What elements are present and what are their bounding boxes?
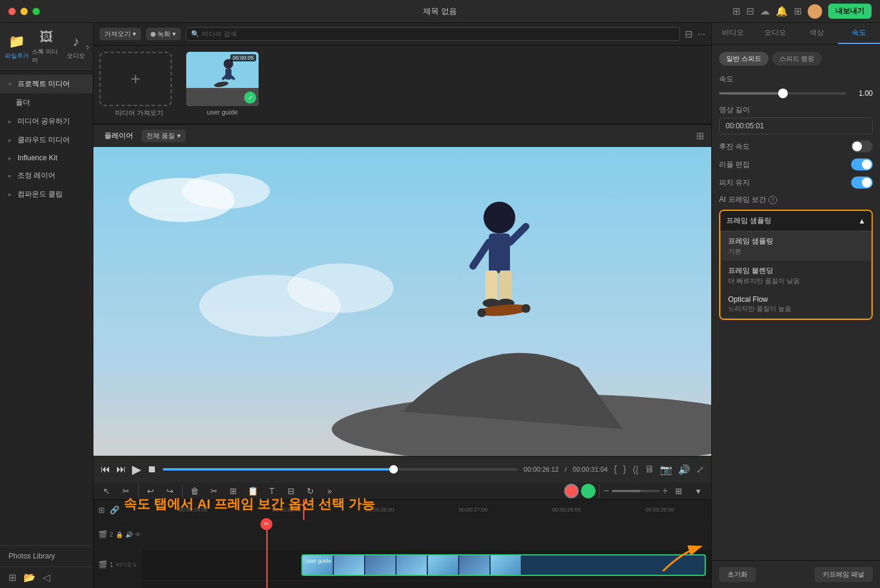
play-prev-button[interactable]: ⏭ [116, 464, 126, 475]
preview-img-icon[interactable]: ⊞ [696, 130, 704, 142]
ripple-toggle[interactable] [851, 158, 873, 170]
skip-back-button[interactable]: ⏮ [101, 464, 110, 475]
dropdown-item-2[interactable]: Optical Flow 느리지만 품질이 높음 [721, 290, 871, 318]
nav-cloud-media[interactable]: ▸ 클라우드 미디어 [0, 131, 93, 149]
reset-button[interactable]: 초기화 [719, 567, 756, 582]
track-2-eye[interactable]: 👁 [135, 531, 141, 538]
stop-button[interactable]: ⏹ [147, 464, 157, 475]
layout-button[interactable]: ⊞ [670, 483, 687, 499]
record-button-tl[interactable] [564, 484, 579, 498]
track-2-lock[interactable]: 🔒 [116, 531, 123, 538]
folder-icon[interactable]: 📂 [24, 572, 36, 583]
photos-library[interactable]: Photos Library [0, 545, 93, 566]
select-tool[interactable]: ↖ [98, 483, 115, 499]
playhead-scissors: ✂ [260, 518, 272, 530]
progress-bar[interactable] [163, 468, 518, 471]
tab-color-label: 색상 [809, 28, 824, 38]
media-clip-item[interactable]: 00:00:05 ✓ user guide [186, 52, 259, 117]
play-button[interactable]: ▶ [132, 462, 141, 477]
tab-speed[interactable]: 속도 [838, 23, 880, 44]
video-preview [93, 147, 711, 456]
info-icon[interactable]: ? [768, 196, 777, 204]
nav-adjustment[interactable]: ▸ 조정 레이어 [0, 166, 93, 185]
sub-tab-normal[interactable]: 일반 스피드 [719, 52, 768, 66]
nav-compound[interactable]: ▸ 컴파운드 클립 [0, 185, 93, 204]
fullscreen-icon[interactable]: ⤢ [696, 464, 704, 475]
volume-icon[interactable]: 🔊 [678, 464, 690, 475]
toolbar-more-arrow[interactable]: › [86, 42, 89, 52]
dropdown-item-1[interactable]: 프레임 블렌딩 더 빠르지만 품질이 낮음 [721, 261, 871, 290]
tab-color[interactable]: 색상 [796, 23, 838, 44]
bracket-left-icon[interactable]: { [614, 464, 617, 475]
keyframe-button[interactable]: 키프레임 패널 [814, 567, 873, 582]
nav-arrow-icon: ▾ [8, 81, 11, 87]
search-placeholder: 미디어 검색 [202, 30, 237, 39]
track-2-volume[interactable]: 🔊 [125, 531, 133, 538]
record-label: 녹화 [157, 30, 171, 39]
record-button[interactable]: 녹화 ▾ [146, 28, 181, 40]
monitor-icon[interactable]: 🖥 [644, 464, 654, 475]
arrow-svg [657, 541, 705, 577]
more-icon[interactable]: ··· [697, 29, 705, 40]
nav-project-media[interactable]: ▾ 프로젝트 미디어 [0, 75, 93, 93]
quality-select[interactable]: 전체 품질 ▾ [142, 130, 186, 142]
collapse-icon[interactable]: ◁ [43, 572, 50, 583]
export-button[interactable]: 내보내기 [828, 4, 872, 19]
prev-frame-icon[interactable]: ⟨| [632, 464, 638, 475]
reverse-toggle[interactable] [851, 140, 873, 152]
close-button[interactable] [8, 8, 16, 15]
dropdown-item-0[interactable]: 프레임 샘플링 기본 [721, 231, 871, 261]
speed-slider[interactable] [719, 92, 846, 95]
media-add-button[interactable]: + [99, 52, 172, 106]
nav-share-media[interactable]: ▸ 미디어 공유하기 [0, 112, 93, 131]
camera-icon[interactable]: 📷 [660, 464, 672, 475]
nav-folder[interactable]: 폴더 [0, 93, 93, 112]
tab-player[interactable]: 플레이어 [101, 130, 137, 142]
search-bar[interactable]: 🔍 미디어 검색 [186, 27, 680, 41]
filter-icon[interactable]: ⊟ [685, 28, 693, 40]
tab-video[interactable]: 비디오 [712, 23, 754, 44]
add-media-item[interactable]: + 미디어 가져오기 [99, 52, 179, 117]
green-button[interactable] [581, 484, 596, 498]
speed-section-label: 속도 [719, 74, 873, 84]
sub-tab-ramp[interactable]: 스피드 램핑 [772, 52, 822, 66]
di-title-2: Optical Flow [728, 295, 864, 304]
playback-bar: ⏮ ⏭ ▶ ⏹ 00:00:26:12 / 00:00:31:04 { } ⟨|… [93, 456, 711, 483]
progress-fill [163, 468, 394, 471]
right-panel: 비디오 오디오 색상 속도 일반 스피드 스피드 램핑 속도 [711, 23, 880, 588]
preview-area [93, 147, 711, 456]
magnet-icon[interactable]: ⊞ [98, 505, 105, 514]
nav-influence-label: Influence Kit [17, 154, 57, 162]
track-1-content[interactable]: user guide [142, 549, 711, 580]
speed-slider-fill [719, 92, 783, 95]
pitch-label: 피치 유지 [719, 178, 750, 188]
left-nav: ▾ 프로젝트 미디어 폴더 ▸ 미디어 공유하기 ▸ 클라우드 미디어 ▸ In… [0, 71, 93, 545]
settings-button[interactable]: ▾ [690, 483, 706, 499]
tool-file[interactable]: 📁 파일추가 [2, 29, 31, 65]
add-track-icon[interactable]: ⊞ [8, 572, 16, 583]
zoom-minus[interactable]: − [603, 486, 609, 496]
minimize-button[interactable] [20, 8, 28, 15]
import-button[interactable]: 가져오기 ▾ [99, 28, 141, 40]
media-browser-header: 가져오기 ▾ 녹화 ▾ 🔍 미디어 검색 ⊟ ··· [93, 23, 711, 46]
callout-arrow [657, 541, 705, 580]
pitch-row: 피치 유지 [719, 177, 873, 189]
zoom-plus[interactable]: + [662, 486, 668, 496]
link-icon[interactable]: 🔗 [110, 505, 119, 514]
zoom-slider[interactable] [612, 490, 660, 492]
bracket-right-icon[interactable]: } [623, 464, 626, 475]
tool-stock[interactable]: 🖼 스톡 미디어 [32, 29, 60, 65]
tab-audio[interactable]: 오디오 [754, 23, 796, 44]
video-clip[interactable]: user guide [301, 554, 706, 576]
pitch-toggle-knob [862, 178, 872, 187]
thumb-7 [491, 555, 521, 575]
media-thumbnail[interactable]: 00:00:05 ✓ [186, 52, 259, 106]
dropdown-selected[interactable]: 프레임 샘플링 ▲ [720, 211, 872, 231]
track-1-icon: 🎬 [98, 560, 107, 569]
media-browser: 가져오기 ▾ 녹화 ▾ 🔍 미디어 검색 ⊟ ··· + [93, 23, 711, 124]
track-row-2: 🎬 2 🔒 🔊 👁 [93, 521, 711, 549]
pitch-toggle[interactable] [851, 177, 873, 189]
di-sub-0: 기본 [728, 247, 864, 256]
maximize-button[interactable] [33, 8, 40, 15]
nav-influence-kit[interactable]: ▸ Influence Kit [0, 149, 93, 166]
